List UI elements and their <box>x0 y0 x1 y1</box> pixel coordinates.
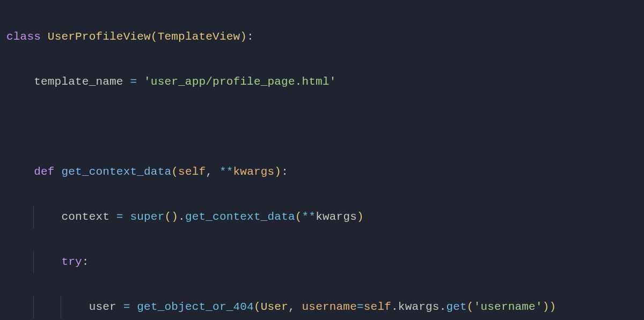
code-line: template_name = 'user_app/profile_page.h… <box>6 71 644 93</box>
param-self: self <box>364 301 391 313</box>
identifier: context <box>61 211 109 223</box>
dot: . <box>440 301 447 313</box>
code-line: try: <box>6 251 644 273</box>
dot: . <box>178 211 185 223</box>
colon: : <box>281 166 288 178</box>
param-self: self <box>178 166 206 178</box>
paren: ( <box>254 301 261 313</box>
operator-eq: = <box>109 211 130 223</box>
paren: ( <box>295 211 302 223</box>
parens: () <box>164 211 178 223</box>
code-line-blank <box>6 116 644 138</box>
operator-eq: = <box>357 301 364 313</box>
kwarg-name: username <box>302 301 357 313</box>
attribute: template_name <box>34 76 123 88</box>
param-kwargs: kwargs <box>233 166 275 178</box>
keyword-def: def <box>34 166 54 178</box>
indent-guide <box>61 296 61 318</box>
code-line: def get_context_data(self, **kwargs): <box>6 161 644 183</box>
paren: ) <box>240 31 247 43</box>
operator-stars: ** <box>302 211 316 223</box>
indent-guide <box>33 251 34 273</box>
code-editor[interactable]: class UserProfileView(TemplateView): tem… <box>0 0 644 320</box>
operator-eq: = <box>123 76 144 88</box>
paren: ( <box>467 301 474 313</box>
function-name: get_context_data <box>61 166 171 178</box>
code-line: context = super().get_context_data(**kwa… <box>6 206 644 228</box>
method-call: get_context_data <box>185 211 295 223</box>
identifier: kwargs <box>398 301 440 313</box>
base-class: TemplateView <box>158 31 240 43</box>
paren: ) <box>550 301 557 313</box>
paren: ) <box>274 166 281 178</box>
indent-guide <box>33 206 34 228</box>
identifier: user <box>89 301 116 313</box>
paren: ( <box>171 166 178 178</box>
identifier: kwargs <box>316 211 357 223</box>
paren: ) <box>357 211 364 223</box>
operator-stars: ** <box>219 166 233 178</box>
builtin-super: super <box>130 211 164 223</box>
paren: ) <box>543 301 550 313</box>
keyword-class: class <box>6 31 41 43</box>
function-call: get_object_or_404 <box>137 301 254 313</box>
indent-guide <box>33 296 34 318</box>
type-name: User <box>261 301 288 313</box>
paren: ( <box>151 31 158 43</box>
operator-eq: = <box>116 301 137 313</box>
colon: : <box>82 256 89 268</box>
method-call: get <box>446 301 466 313</box>
code-line: class UserProfileView(TemplateView): <box>6 26 644 48</box>
string-literal: 'user_app/profile_page.html' <box>144 76 336 88</box>
comma: , <box>288 301 302 313</box>
string-literal: 'username' <box>474 301 543 313</box>
comma: , <box>206 166 219 178</box>
dot: . <box>391 301 398 313</box>
colon: : <box>247 31 254 43</box>
keyword-try: try <box>61 256 82 268</box>
code-line: user = get_object_or_404(User, username=… <box>6 296 644 318</box>
class-name: UserProfileView <box>48 31 151 43</box>
